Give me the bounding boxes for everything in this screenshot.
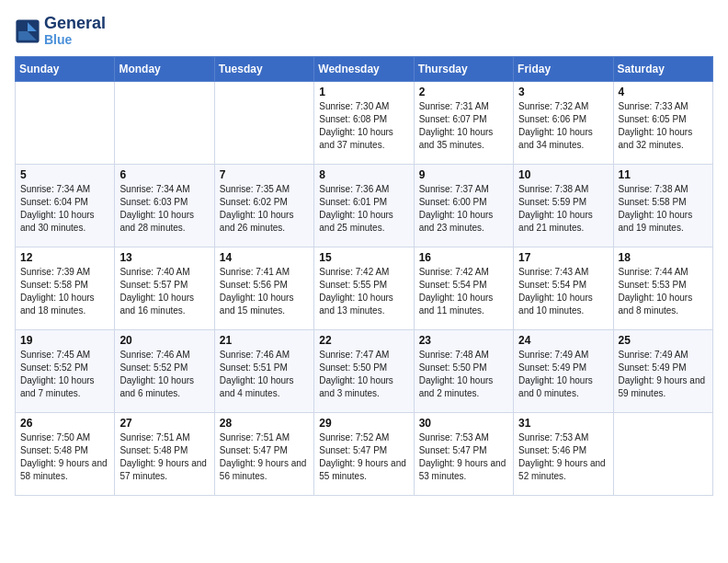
calendar-day-23: 23 Sunrise: 7:48 AM Sunset: 5:50 PM Dayl…: [414, 330, 513, 413]
calendar-day-28: 28 Sunrise: 7:51 AM Sunset: 5:47 PM Dayl…: [214, 413, 313, 496]
day-info: Sunrise: 7:52 AM Sunset: 5:47 PM Dayligh…: [319, 431, 408, 483]
calendar-day-7: 7 Sunrise: 7:35 AM Sunset: 6:02 PM Dayli…: [214, 165, 313, 247]
logo-icon: [15, 18, 40, 44]
calendar-day-9: 9 Sunrise: 7:37 AM Sunset: 6:00 PM Dayli…: [414, 165, 513, 247]
day-number: 20: [119, 334, 209, 347]
calendar-day-17: 17 Sunrise: 7:43 AM Sunset: 5:54 PM Dayl…: [514, 247, 613, 330]
day-number: 4: [619, 86, 708, 98]
day-number: 14: [220, 251, 309, 264]
day-info: Sunrise: 7:32 AM Sunset: 6:06 PM Dayligh…: [518, 100, 608, 152]
calendar-day-19: 19 Sunrise: 7:45 AM Sunset: 5:52 PM Dayl…: [16, 330, 115, 413]
day-info: Sunrise: 7:49 AM Sunset: 5:49 PM Dayligh…: [619, 349, 708, 400]
calendar-day-30: 30 Sunrise: 7:53 AM Sunset: 5:47 PM Dayl…: [414, 413, 513, 496]
weekday-tuesday: Tuesday: [214, 57, 313, 82]
weekday-header-row: SundayMondayTuesdayWednesdayThursdayFrid…: [16, 57, 713, 82]
day-number: 28: [220, 417, 309, 430]
calendar-day-12: 12 Sunrise: 7:39 AM Sunset: 5:58 PM Dayl…: [16, 247, 115, 330]
calendar-week-1: 1 Sunrise: 7:30 AM Sunset: 6:08 PM Dayli…: [16, 82, 713, 165]
calendar-day-6: 6 Sunrise: 7:34 AM Sunset: 6:03 PM Dayli…: [115, 165, 214, 247]
day-number: 18: [619, 251, 708, 264]
page-header: General Blue: [15, 15, 713, 47]
logo-text: General Blue: [44, 15, 106, 47]
day-number: 12: [20, 251, 109, 264]
day-info: Sunrise: 7:42 AM Sunset: 5:54 PM Dayligh…: [419, 266, 508, 317]
weekday-thursday: Thursday: [414, 57, 513, 82]
calendar-day-10: 10 Sunrise: 7:38 AM Sunset: 5:59 PM Dayl…: [514, 165, 613, 247]
calendar-table: SundayMondayTuesdayWednesdayThursdayFrid…: [15, 56, 713, 496]
day-info: Sunrise: 7:51 AM Sunset: 5:47 PM Dayligh…: [220, 431, 309, 483]
calendar-day-2: 2 Sunrise: 7:31 AM Sunset: 6:07 PM Dayli…: [414, 82, 513, 165]
day-info: Sunrise: 7:38 AM Sunset: 5:58 PM Dayligh…: [619, 183, 708, 235]
calendar-day-26: 26 Sunrise: 7:50 AM Sunset: 5:48 PM Dayl…: [16, 413, 115, 496]
calendar-day-18: 18 Sunrise: 7:44 AM Sunset: 5:53 PM Dayl…: [613, 247, 712, 330]
calendar-day-1: 1 Sunrise: 7:30 AM Sunset: 6:08 PM Dayli…: [314, 82, 414, 165]
day-info: Sunrise: 7:46 AM Sunset: 5:52 PM Dayligh…: [119, 349, 209, 400]
day-number: 13: [119, 251, 209, 264]
day-number: 2: [419, 86, 508, 98]
calendar-day-16: 16 Sunrise: 7:42 AM Sunset: 5:54 PM Dayl…: [414, 247, 513, 330]
day-info: Sunrise: 7:36 AM Sunset: 6:01 PM Dayligh…: [319, 183, 408, 235]
weekday-wednesday: Wednesday: [314, 57, 414, 82]
day-info: Sunrise: 7:41 AM Sunset: 5:56 PM Dayligh…: [220, 266, 309, 317]
day-number: 21: [220, 334, 309, 347]
day-number: 9: [419, 168, 508, 181]
day-number: 1: [319, 86, 408, 98]
day-number: 5: [20, 168, 109, 181]
day-number: 23: [419, 334, 508, 347]
calendar-day-27: 27 Sunrise: 7:51 AM Sunset: 5:48 PM Dayl…: [115, 413, 214, 496]
calendar-day-3: 3 Sunrise: 7:32 AM Sunset: 6:06 PM Dayli…: [514, 82, 613, 165]
calendar-day-4: 4 Sunrise: 7:33 AM Sunset: 6:05 PM Dayli…: [613, 82, 712, 165]
day-number: 7: [220, 168, 309, 181]
day-number: 22: [319, 334, 408, 347]
day-info: Sunrise: 7:45 AM Sunset: 5:52 PM Dayligh…: [20, 349, 109, 400]
calendar-day-5: 5 Sunrise: 7:34 AM Sunset: 6:04 PM Dayli…: [16, 165, 115, 247]
day-info: Sunrise: 7:35 AM Sunset: 6:02 PM Dayligh…: [220, 183, 309, 235]
empty-cell: [214, 82, 313, 165]
day-number: 15: [319, 251, 408, 264]
day-info: Sunrise: 7:30 AM Sunset: 6:08 PM Dayligh…: [319, 100, 408, 152]
calendar-day-29: 29 Sunrise: 7:52 AM Sunset: 5:47 PM Dayl…: [314, 413, 414, 496]
day-number: 8: [319, 168, 408, 181]
empty-cell: [613, 413, 712, 496]
day-info: Sunrise: 7:39 AM Sunset: 5:58 PM Dayligh…: [20, 266, 109, 317]
calendar-day-15: 15 Sunrise: 7:42 AM Sunset: 5:55 PM Dayl…: [314, 247, 414, 330]
day-info: Sunrise: 7:38 AM Sunset: 5:59 PM Dayligh…: [518, 183, 608, 235]
day-number: 17: [518, 251, 608, 264]
calendar-day-25: 25 Sunrise: 7:49 AM Sunset: 5:49 PM Dayl…: [613, 330, 712, 413]
day-info: Sunrise: 7:37 AM Sunset: 6:00 PM Dayligh…: [419, 183, 508, 235]
day-info: Sunrise: 7:40 AM Sunset: 5:57 PM Dayligh…: [119, 266, 209, 317]
calendar-day-13: 13 Sunrise: 7:40 AM Sunset: 5:57 PM Dayl…: [115, 247, 214, 330]
day-info: Sunrise: 7:48 AM Sunset: 5:50 PM Dayligh…: [419, 349, 508, 400]
logo: General Blue: [15, 15, 106, 47]
day-number: 3: [518, 86, 608, 98]
empty-cell: [115, 82, 214, 165]
weekday-sunday: Sunday: [16, 57, 115, 82]
day-info: Sunrise: 7:34 AM Sunset: 6:04 PM Dayligh…: [20, 183, 109, 235]
day-number: 29: [319, 417, 408, 430]
day-number: 31: [518, 417, 608, 430]
day-number: 25: [619, 334, 708, 347]
calendar-week-4: 19 Sunrise: 7:45 AM Sunset: 5:52 PM Dayl…: [16, 330, 713, 413]
calendar-day-11: 11 Sunrise: 7:38 AM Sunset: 5:58 PM Dayl…: [613, 165, 712, 247]
day-info: Sunrise: 7:42 AM Sunset: 5:55 PM Dayligh…: [319, 266, 408, 317]
calendar-day-21: 21 Sunrise: 7:46 AM Sunset: 5:51 PM Dayl…: [214, 330, 313, 413]
calendar-day-24: 24 Sunrise: 7:49 AM Sunset: 5:49 PM Dayl…: [514, 330, 613, 413]
weekday-monday: Monday: [115, 57, 214, 82]
day-info: Sunrise: 7:31 AM Sunset: 6:07 PM Dayligh…: [419, 100, 508, 152]
day-number: 24: [518, 334, 608, 347]
day-number: 26: [20, 417, 109, 430]
day-info: Sunrise: 7:34 AM Sunset: 6:03 PM Dayligh…: [119, 183, 209, 235]
calendar-day-20: 20 Sunrise: 7:46 AM Sunset: 5:52 PM Dayl…: [115, 330, 214, 413]
calendar-week-3: 12 Sunrise: 7:39 AM Sunset: 5:58 PM Dayl…: [16, 247, 713, 330]
day-number: 27: [119, 417, 209, 430]
calendar-day-8: 8 Sunrise: 7:36 AM Sunset: 6:01 PM Dayli…: [314, 165, 414, 247]
day-info: Sunrise: 7:50 AM Sunset: 5:48 PM Dayligh…: [20, 431, 109, 483]
day-number: 10: [518, 168, 608, 181]
day-info: Sunrise: 7:44 AM Sunset: 5:53 PM Dayligh…: [619, 266, 708, 317]
day-info: Sunrise: 7:43 AM Sunset: 5:54 PM Dayligh…: [518, 266, 608, 317]
calendar-day-14: 14 Sunrise: 7:41 AM Sunset: 5:56 PM Dayl…: [214, 247, 313, 330]
day-info: Sunrise: 7:53 AM Sunset: 5:46 PM Dayligh…: [518, 431, 608, 483]
calendar-week-2: 5 Sunrise: 7:34 AM Sunset: 6:04 PM Dayli…: [16, 165, 713, 247]
day-number: 30: [419, 417, 508, 430]
day-info: Sunrise: 7:46 AM Sunset: 5:51 PM Dayligh…: [220, 349, 309, 400]
